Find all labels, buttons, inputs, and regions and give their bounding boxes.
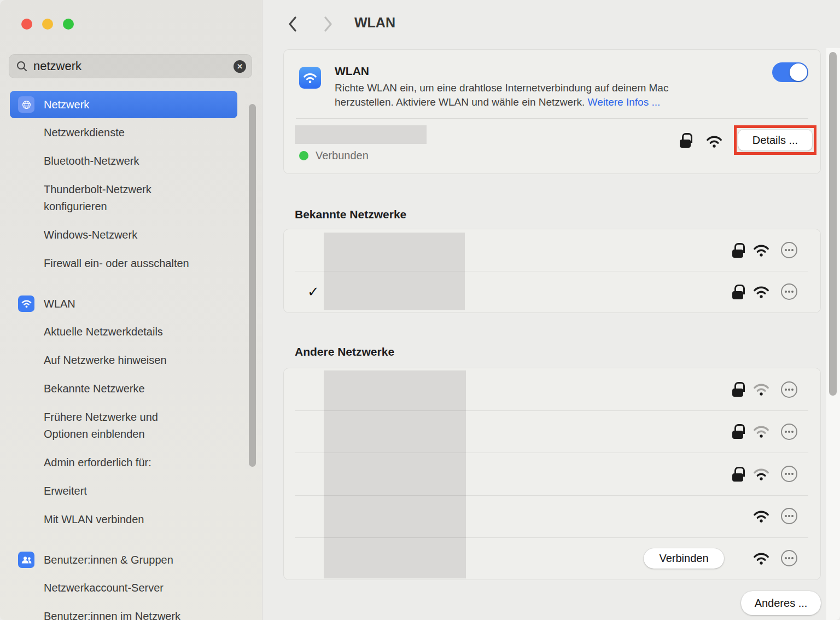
more-info-link[interactable]: Weitere Infos ... [588,96,661,108]
sidebar-item-erweitert[interactable]: Erweitert [10,477,237,505]
sidebar-item-thunderbolt-netzwerk-konfigurieren[interactable]: Thunderbolt-Netzwerk konfigurieren [10,175,237,221]
sidebar-item-label: Windows-Netzwerk [44,227,137,244]
sidebar-item-label: Bekannte Netzwerke [44,380,145,397]
search-input[interactable] [33,59,234,73]
clear-search-icon[interactable]: ✕ [234,60,246,73]
lock-icon [732,243,743,258]
wlan-card: WLAN Richte WLAN ein, um eine drahtlose … [283,49,821,174]
page-title: WLAN [354,15,395,31]
network-row[interactable]: ✓ Verbinden [284,537,820,580]
network-row[interactable]: ✓ [284,410,820,453]
sidebar-item-label: Mit WLAN verbinden [44,511,144,528]
divider [296,118,808,119]
wifi-icon [753,467,769,481]
row-icon-cluster [732,381,797,398]
sidebar-item-mit-wlan-verbinden[interactable]: Mit WLAN verbinden [10,505,237,534]
connection-status: Verbunden [299,149,369,162]
search-field[interactable]: ✕ [9,54,252,78]
connect-button[interactable]: Verbinden [644,548,724,569]
row-icon-cluster [732,424,797,440]
main-scrollbar-thumb[interactable] [829,52,837,396]
row-icon-cluster: Verbinden [644,548,797,569]
redacted-network-name [295,125,427,144]
more-options-button[interactable] [781,550,797,566]
sidebar-item-label: Erweitert [44,483,87,500]
close-button[interactable] [21,19,32,30]
sidebar-item-label: Benutzer:innen im Netzwerk [44,608,180,620]
wifi-icon [753,552,769,565]
more-options-button[interactable] [781,424,797,440]
details-button[interactable]: Details ... [738,130,812,150]
sidebar-item-netzwerk[interactable]: Netzwerk [10,91,237,118]
sidebar-scrollbar[interactable] [249,104,256,467]
sidebar-item-label: Frühere Netzwerke und Optionen einblende… [44,409,202,443]
lock-icon [680,133,691,148]
wifi-icon [753,425,769,438]
more-options-button[interactable] [781,508,797,524]
known-networks-title: Bekannte Netzwerke [295,208,821,221]
sidebar-item-label: Firewall ein- oder ausschalten [44,255,189,272]
network-row[interactable]: ✓ [284,271,820,312]
lock-icon [732,424,743,439]
row-icon-cluster [732,283,797,300]
sidebar-item-netzwerkdienste[interactable]: Netzwerkdienste [10,118,237,147]
sidebar-item-benutzer-innen-im-netzwerk[interactable]: Benutzer:innen im Netzwerk [10,602,237,620]
wifi-icon [753,509,769,523]
network-row[interactable]: ✓ [284,495,820,537]
other-networks-card: ✓ ✓ ✓ [283,368,821,580]
other-network-button[interactable]: Anderes ... [741,591,821,615]
wlan-card-title: WLAN [335,65,369,78]
more-options-button[interactable] [781,466,797,482]
minimize-button[interactable] [42,19,53,30]
wifi-icon [753,285,769,299]
wlan-toggle[interactable] [772,62,808,82]
sidebar-list: Netzwerk Netzwerkdienste Bluetooth-Netzw… [9,91,237,620]
sidebar-item-benutzer-innen-gruppen[interactable]: Benutzer:innen & Gruppen [10,546,237,573]
sidebar-item-label: Auf Netzwerke hinweisen [44,352,167,369]
main-scrollbar-track[interactable] [826,48,840,620]
sidebar-item-label: Benutzer:innen & Gruppen [44,552,173,569]
wifi-icon [706,135,722,148]
red-annotation-box: Details ... [734,125,816,155]
sidebar-item-netzwerkaccount-server[interactable]: Netzwerkaccount-Server [10,573,237,602]
status-dot-icon [299,151,308,160]
lock-icon [732,382,743,397]
sidebar-item-label: Thunderbolt-Netzwerk konfigurieren [44,181,202,215]
sidebar-item-label: Admin erforderlich für: [44,454,151,471]
sidebar-item-auf-netzwerke-hinweisen[interactable]: Auf Netzwerke hinweisen [10,346,237,374]
more-options-button[interactable] [781,242,797,258]
wifi-icon [18,295,34,312]
sidebar-item-windows-netzwerk[interactable]: Windows-Netzwerk [10,221,237,249]
more-options-button[interactable] [781,283,797,300]
network-row[interactable]: ✓ [284,453,820,495]
check-icon: ✓ [307,285,320,299]
row-icon-cluster [732,466,797,482]
sidebar-item-wlan[interactable]: WLAN [10,290,237,317]
main-header: WLAN [263,0,840,48]
wlan-card-description: Richte WLAN ein, um eine drahtlose Inter… [335,81,730,109]
sidebar-item-label: Aktuelle Netzwerkdetails [44,323,163,340]
sidebar-item-admin-erforderlich-f-r[interactable]: Admin erforderlich für: [10,448,237,477]
lock-icon [732,467,743,482]
back-button[interactable] [288,16,298,34]
lock-icon [732,285,743,299]
more-options-button[interactable] [781,381,797,398]
globe-icon [18,96,34,113]
zoom-button[interactable] [63,19,74,30]
network-row[interactable]: ✓ [284,229,820,271]
users-icon [18,552,34,568]
sidebar: ✕ Netzwerk Netzwerkdienste Bluetooth-Net… [0,0,262,620]
sidebar-item-bluetooth-netzwerk[interactable]: Bluetooth-Netzwerk [10,147,237,175]
sidebar-item-label: WLAN [44,295,75,312]
wifi-icon [753,383,769,396]
sidebar-item-firewall-ein-oder-ausschalten[interactable]: Firewall ein- oder ausschalten [10,249,237,277]
sidebar-item-fr-here-netzwerke-und-optionen-einblenden[interactable]: Frühere Netzwerke und Optionen einblende… [10,403,237,448]
sidebar-item-bekannte-netzwerke[interactable]: Bekannte Netzwerke [10,374,237,403]
sidebar-item-aktuelle-netzwerkdetails[interactable]: Aktuelle Netzwerkdetails [10,317,237,346]
forward-button[interactable] [323,16,333,34]
network-row[interactable]: ✓ [284,368,820,410]
search-icon [16,60,28,72]
other-networks-title: Andere Netzwerke [295,345,821,358]
toggle-knob [790,63,807,81]
sidebar-item-label: Netzwerkdienste [44,124,125,141]
